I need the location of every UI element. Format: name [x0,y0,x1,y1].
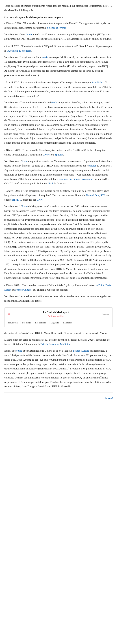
molina-study-link[interactable]: étude [42,56,48,59]
verif-4-t6: le 24 mars. [54,182,66,185]
bottom-p3-mid: observationnelle de Geleris [22,349,53,352]
verif-2-label: Vérification. [4,56,19,59]
france-culture-2-link[interactable]: France Culture [73,349,89,352]
bottom-para-3: Enfin, une étude observationnelle de Gel… [4,348,113,389]
bottom-p3-start: Enfin, une [4,349,16,352]
entry-1-text: - 25 mars 2020 : "Une étude chinoise con… [4,21,113,30]
mediapart-bar-header: ✉ Le Club de Mediapart Participez au déb… [8,310,109,318]
entry-6-rest: , selon [88,284,96,287]
verif-3-t1: C'est une lecture erronée de l' [19,101,51,104]
chen-study-link[interactable]: étude [26,33,32,36]
bottom-p3-i2: et al. [53,349,58,352]
nav-item-la-charte[interactable]: La charte [63,320,74,325]
journal-label-container: Journal [4,392,113,400]
verif-5-t6: sous ventilation ont été "sortis" du gro… [4,245,112,270]
verif-3-text: Vérification. C'est une lecture erronée … [4,100,113,145]
entry-3-t1: Le protocole Raoult ne marche pas. C'est… [20,81,91,84]
cnews-link[interactable]: CNews [42,153,50,156]
verif-1-text: Vérification. Cette étude, menée par Che… [4,32,113,41]
bjm-link[interactable]: British Journal of Medicine [40,343,70,346]
bfmtv-link[interactable]: BFMTV [12,198,21,201]
entry-6-quote: "Deux études contestent l'efficacité de … [22,284,88,287]
nav-sep-4: | [62,320,62,325]
entry-4-rest: , nous disent [28,153,42,156]
verif-3-label: Vérification. [4,101,19,104]
verif-2-t3: , qui ont administré le protocole à 11 p… [4,56,111,77]
quotidien-link[interactable]: Quotidien du Médecin [7,49,32,52]
entry-1-quote: "Une étude chinoise contredit le protoco… [23,22,78,25]
bottom-p3-mid2: et à laquelle [58,349,73,352]
article-body: Voici quelques exemples d'arguments repr… [4,4,113,303]
article-intro: Voici quelques exemples d'arguments repr… [4,4,113,13]
nav-sep-1: | [20,320,21,325]
kahn-study-link[interactable]: étude [52,101,57,104]
entry-2-end: . [32,49,32,52]
franceculture-link[interactable]: France Culture [15,288,32,291]
club-subtitle: Participez au débat [10,314,102,318]
entry-6: - 15 mai 2020 : "Deux études contestent … [4,283,113,303]
bottom-p2-start: L'autre étude est celle de Mahévas [4,338,42,341]
nav-sep-2: | [34,320,34,325]
entry-4: - 18 avril 2020 : "Une nouvelle étude fr… [4,148,113,186]
verif-5-i2: a posteriori [58,205,70,208]
verif-5-b1: avant [16,236,22,239]
verif-2-i1: et al. [69,56,74,59]
decree-link[interactable]: décret [89,164,96,167]
verif-5-label: Vérification. [4,205,19,208]
cnn-link[interactable]: CNN [37,198,42,201]
entry-3-text: - 7 avril 2020 : Le protocole Raoult ne … [4,80,113,98]
entry-5-date: - 22 avril 2020 : [4,190,22,192]
verif-5-t2: de Magagnoli [28,205,44,208]
magagnoli-link[interactable]: étude [22,205,28,208]
geleris-study-link[interactable]: étude [16,349,22,352]
verif-5-i1: et al. [44,205,49,208]
nav-item-depuis-48h[interactable]: depuis 48h [8,320,20,325]
entry-4-text: - 18 avril 2020 : "Une nouvelle étude fr… [4,148,113,157]
bottom-para-2: L'autre étude est celle de Mahévas et al… [4,338,113,346]
entry-4-end: . [63,153,64,156]
verif-6-t1: Les médias font référence aux deux mêmes… [4,295,112,302]
bottom-p3-rest: fait référence, a suivi 1446 patients tr… [4,349,112,374]
verif-1-label: Vérification. [4,33,19,36]
nav-item-les-editions[interactable]: Les éditions [35,320,48,325]
entry-5-t2: , [99,194,100,197]
verif-5-t7: l'entrée en détresse respiratoire. Cette… [4,272,108,279]
verif-1-t2: , menée par Chen [32,33,52,36]
raoult-said-link[interactable]: disait [48,182,54,185]
nouvelobs-link[interactable]: Nouvel Obs [86,194,99,197]
nav-sep-3: | [49,320,50,325]
mediapart-nav: depuis 48h | Les blogs | Les éditions | … [8,319,109,325]
nous-con-text: Nous con [102,312,109,316]
entry-5-end: . [42,198,43,201]
entry-2: - 2 avril 2020 : "Une étude menée à l'Hô… [4,44,113,78]
entry-3-date: - 7 avril 2020 : [4,81,20,84]
entry-1-end: . [66,26,66,29]
mahevas-study-link[interactable]: étude [22,160,28,162]
entry-4-date: - 18 avril 2020 : [4,149,22,152]
science-avenir-link[interactable]: Science et Avenir [47,26,66,29]
nav-item-agenda[interactable]: L'agenda [50,320,60,325]
entry-5-t4: , précédés par [21,198,37,201]
verif-2-text: Vérification. Il s'agit en fait d'une ét… [4,55,113,78]
verif-1-t1: Cette [19,33,26,36]
verif-3-t2: en question. En effet, celle-ci expose q… [4,101,112,144]
mediapart-club-bar: ✉ Le Club de Mediapart Participez au déb… [4,308,113,327]
entry-4-t2: ou [50,153,55,156]
entry-6-date: - 15 mai 2020 : [4,284,21,287]
rtl-link[interactable]: RTL [100,194,106,197]
journal-label: Journal [104,397,113,400]
pneumonie-link[interactable]: pour une pneumonie hypoxique [59,178,93,180]
club-title: Le Club de Mediapart [43,311,69,314]
entry-3: - 7 avril 2020 : Le protocole Raoult ne … [4,80,113,145]
nav-item-les-blogs[interactable]: Les blogs [22,320,32,325]
verif-5-t1: L' [19,205,22,208]
verif-4-t2: en question, menée par Mahevas [28,160,64,162]
entry-2-date: - 2 avril 2020 : [4,45,20,48]
verif-4-i1: et al. [64,160,70,162]
entry-2-text: - 2 avril 2020 : "Une étude menée à l'Hô… [4,44,113,53]
sputnik-link[interactable]: Sputnik [55,153,63,156]
axel-kahn-link[interactable]: Axel Kahn [91,81,103,84]
lepoint-link[interactable]: le Point [96,284,104,287]
entry-1: - 25 mars 2020 : "Une étude chinoise con… [4,21,113,41]
envelope-icon: ✉ [8,312,10,316]
